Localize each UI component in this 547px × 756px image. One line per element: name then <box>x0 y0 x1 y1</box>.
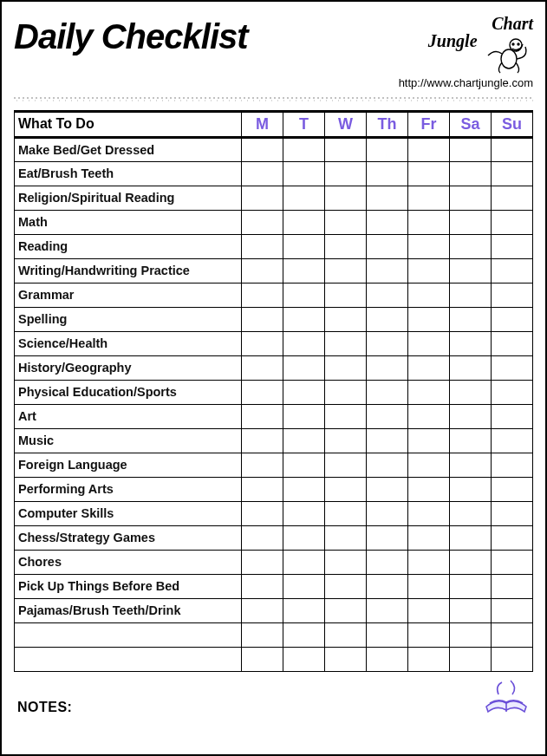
check-cell[interactable] <box>450 404 492 428</box>
check-cell[interactable] <box>242 234 283 258</box>
check-cell[interactable] <box>450 501 492 525</box>
check-cell[interactable] <box>450 331 492 355</box>
check-cell[interactable] <box>492 331 533 355</box>
check-cell[interactable] <box>492 258 533 283</box>
check-cell[interactable] <box>242 477 283 501</box>
check-cell[interactable] <box>325 404 367 428</box>
check-cell[interactable] <box>408 355 450 380</box>
check-cell[interactable] <box>325 307 367 331</box>
check-cell[interactable] <box>408 428 450 453</box>
check-cell[interactable] <box>450 161 492 186</box>
check-cell[interactable] <box>408 186 450 210</box>
check-cell[interactable] <box>242 598 283 622</box>
check-cell[interactable] <box>283 428 325 453</box>
check-cell[interactable] <box>450 283 492 307</box>
check-cell[interactable] <box>242 550 283 574</box>
check-cell[interactable] <box>325 161 367 186</box>
check-cell[interactable] <box>492 307 533 331</box>
check-cell[interactable] <box>408 622 450 647</box>
check-cell[interactable] <box>325 622 367 647</box>
check-cell[interactable] <box>325 137 367 161</box>
check-cell[interactable] <box>242 307 283 331</box>
check-cell[interactable] <box>367 501 408 525</box>
check-cell[interactable] <box>367 550 408 574</box>
check-cell[interactable] <box>367 647 408 671</box>
check-cell[interactable] <box>408 380 450 404</box>
check-cell[interactable] <box>242 453 283 477</box>
check-cell[interactable] <box>408 574 450 598</box>
check-cell[interactable] <box>325 477 367 501</box>
check-cell[interactable] <box>283 161 325 186</box>
check-cell[interactable] <box>325 210 367 234</box>
check-cell[interactable] <box>492 477 533 501</box>
check-cell[interactable] <box>450 234 492 258</box>
check-cell[interactable] <box>450 210 492 234</box>
check-cell[interactable] <box>283 258 325 283</box>
check-cell[interactable] <box>367 453 408 477</box>
check-cell[interactable] <box>408 453 450 477</box>
check-cell[interactable] <box>242 380 283 404</box>
check-cell[interactable] <box>492 453 533 477</box>
check-cell[interactable] <box>242 428 283 453</box>
check-cell[interactable] <box>242 404 283 428</box>
check-cell[interactable] <box>367 307 408 331</box>
check-cell[interactable] <box>492 622 533 647</box>
check-cell[interactable] <box>367 525 408 550</box>
check-cell[interactable] <box>242 574 283 598</box>
check-cell[interactable] <box>283 307 325 331</box>
check-cell[interactable] <box>283 647 325 671</box>
check-cell[interactable] <box>367 355 408 380</box>
check-cell[interactable] <box>408 210 450 234</box>
check-cell[interactable] <box>450 598 492 622</box>
check-cell[interactable] <box>492 234 533 258</box>
check-cell[interactable] <box>283 477 325 501</box>
check-cell[interactable] <box>408 477 450 501</box>
check-cell[interactable] <box>408 598 450 622</box>
check-cell[interactable] <box>492 550 533 574</box>
check-cell[interactable] <box>492 525 533 550</box>
check-cell[interactable] <box>325 234 367 258</box>
check-cell[interactable] <box>367 404 408 428</box>
check-cell[interactable] <box>283 525 325 550</box>
check-cell[interactable] <box>492 137 533 161</box>
check-cell[interactable] <box>367 161 408 186</box>
check-cell[interactable] <box>408 283 450 307</box>
check-cell[interactable] <box>450 307 492 331</box>
check-cell[interactable] <box>283 186 325 210</box>
check-cell[interactable] <box>283 598 325 622</box>
check-cell[interactable] <box>283 453 325 477</box>
check-cell[interactable] <box>492 355 533 380</box>
check-cell[interactable] <box>450 137 492 161</box>
check-cell[interactable] <box>283 234 325 258</box>
check-cell[interactable] <box>325 355 367 380</box>
check-cell[interactable] <box>492 574 533 598</box>
check-cell[interactable] <box>492 186 533 210</box>
check-cell[interactable] <box>367 234 408 258</box>
check-cell[interactable] <box>408 307 450 331</box>
check-cell[interactable] <box>242 258 283 283</box>
check-cell[interactable] <box>242 283 283 307</box>
check-cell[interactable] <box>492 283 533 307</box>
check-cell[interactable] <box>283 283 325 307</box>
check-cell[interactable] <box>450 355 492 380</box>
check-cell[interactable] <box>408 331 450 355</box>
check-cell[interactable] <box>283 137 325 161</box>
check-cell[interactable] <box>283 404 325 428</box>
check-cell[interactable] <box>242 186 283 210</box>
check-cell[interactable] <box>492 428 533 453</box>
check-cell[interactable] <box>283 355 325 380</box>
check-cell[interactable] <box>283 574 325 598</box>
check-cell[interactable] <box>492 647 533 671</box>
check-cell[interactable] <box>325 380 367 404</box>
check-cell[interactable] <box>408 647 450 671</box>
check-cell[interactable] <box>367 598 408 622</box>
check-cell[interactable] <box>283 380 325 404</box>
check-cell[interactable] <box>242 501 283 525</box>
check-cell[interactable] <box>367 137 408 161</box>
check-cell[interactable] <box>325 574 367 598</box>
check-cell[interactable] <box>408 258 450 283</box>
check-cell[interactable] <box>450 428 492 453</box>
check-cell[interactable] <box>325 550 367 574</box>
check-cell[interactable] <box>367 210 408 234</box>
check-cell[interactable] <box>450 622 492 647</box>
